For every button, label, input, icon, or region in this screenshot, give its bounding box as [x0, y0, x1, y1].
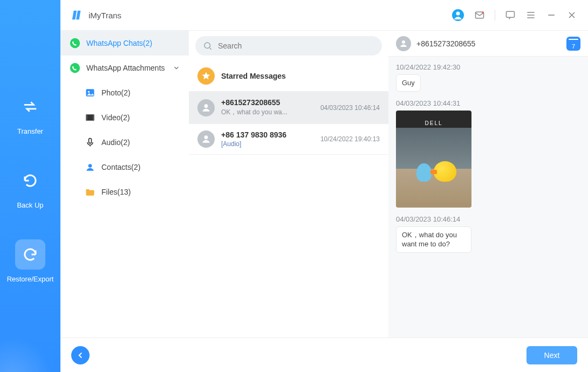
tree-whatsapp-attachments[interactable]: WhatsApp Attachments: [60, 56, 189, 80]
image-attachment[interactable]: DELL: [396, 111, 471, 208]
search-box[interactable]: [195, 36, 382, 56]
tree-label: WhatsApp Attachments: [86, 64, 165, 72]
starred-messages[interactable]: Starred Messages: [189, 61, 388, 92]
rail-label: Restore/Export: [7, 275, 54, 283]
chat-time: 10/24/2022 19:40:13: [320, 135, 380, 143]
chat-icon[interactable]: [505, 10, 516, 20]
menu-icon[interactable]: [525, 10, 536, 20]
video-icon: [84, 112, 96, 123]
message-ts: 04/03/2023 10:46:14: [396, 215, 580, 223]
app-logo: iMyTrans: [71, 9, 121, 21]
avatar-icon: [396, 36, 411, 51]
tree-label: Photo(2): [101, 88, 131, 97]
rail-label: Back Up: [17, 201, 43, 209]
whatsapp-icon: [69, 37, 81, 49]
chat-title: +8615273208655: [221, 98, 314, 107]
chat-item[interactable]: +86 137 9830 8936 [Audio] 10/24/2022 19:…: [189, 124, 388, 155]
app-title: iMyTrans: [88, 11, 121, 20]
tree-audio[interactable]: Audio(2): [76, 130, 189, 155]
conversation-title: +8615273208655: [416, 39, 561, 48]
search-icon: [203, 41, 213, 51]
tree-label: Audio(2): [101, 138, 130, 147]
rail-transfer[interactable]: Transfer: [15, 92, 45, 135]
conversation-body[interactable]: 10/24/2022 19:42:30 Guy 04/03/2023 10:44…: [388, 57, 588, 337]
message-bubble: Guy: [396, 74, 421, 92]
photo-icon: [84, 87, 96, 99]
conversation-pane: +8615273208655 7 10/24/2022 19:42:30 Guy…: [388, 31, 588, 337]
whatsapp-icon: [69, 62, 81, 74]
svg-point-1: [456, 12, 460, 16]
contacts-icon: [84, 161, 96, 173]
arrow-left-icon: [76, 350, 85, 360]
avatar-icon: [197, 99, 215, 116]
rail-restore-export[interactable]: Restore/Export: [7, 239, 54, 283]
svg-point-6: [70, 63, 80, 73]
folder-icon: [84, 186, 96, 198]
transfer-icon: [15, 92, 45, 122]
tree-whatsapp-chats[interactable]: WhatsApp Chats(2): [60, 31, 189, 56]
mail-icon[interactable]: [474, 10, 485, 20]
sidebar-tree: WhatsApp Chats(2) WhatsApp Attachments P…: [60, 31, 189, 337]
svg-point-17: [402, 40, 405, 44]
chat-preview: OK，what do you wa...: [221, 108, 314, 117]
chat-time: 04/03/2023 10:46:14: [320, 104, 380, 112]
close-icon[interactable]: [566, 10, 577, 20]
message-ts: 10/24/2022 19:42:30: [396, 63, 580, 71]
tree-contacts[interactable]: Contacts(2): [76, 155, 189, 180]
message: 04/03/2023 10:44:31 DELL: [396, 99, 580, 208]
conversation-header: +8615273208655 7: [388, 31, 588, 57]
chat-item[interactable]: +8615273208655 OK，what do you wa... 04/0…: [189, 92, 388, 124]
tree-photo[interactable]: Photo(2): [76, 80, 189, 105]
svg-rect-11: [93, 114, 94, 121]
svg-point-14: [204, 43, 210, 49]
next-button[interactable]: Next: [527, 346, 577, 364]
titlebar: iMyTrans: [60, 0, 588, 30]
tree-label: WhatsApp Chats(2): [86, 39, 152, 47]
logo-icon: [71, 9, 83, 21]
tree-files[interactable]: Files(13): [76, 180, 189, 204]
tree-video[interactable]: Video(2): [76, 105, 189, 130]
chat-title: +86 137 9830 8936: [221, 130, 314, 139]
message-bubble: OK，what do you want me to do?: [396, 226, 471, 253]
tree-label: Contacts(2): [101, 163, 140, 171]
tree-label: Video(2): [101, 113, 130, 122]
rail-backup[interactable]: Back Up: [15, 166, 45, 209]
chat-list: Starred Messages +8615273208655 OK，what …: [189, 31, 388, 337]
search-input[interactable]: [218, 42, 374, 50]
back-button[interactable]: [71, 346, 90, 364]
svg-point-16: [204, 135, 208, 139]
tree-label: Files(13): [101, 188, 131, 196]
svg-rect-10: [86, 114, 88, 121]
audio-icon: [84, 136, 96, 148]
message-ts: 04/03/2023 10:44:31: [396, 99, 580, 107]
svg-rect-4: [507, 11, 515, 17]
svg-point-5: [70, 38, 80, 48]
svg-point-15: [204, 104, 208, 108]
user-badge-icon[interactable]: [452, 9, 464, 22]
restore-icon: [15, 239, 45, 270]
chat-preview: [Audio]: [221, 140, 314, 148]
message: 04/03/2023 10:46:14 OK，what do you want …: [396, 215, 580, 253]
svg-point-3: [482, 11, 484, 13]
svg-point-13: [88, 164, 92, 168]
svg-point-8: [88, 91, 90, 93]
star-icon: [197, 67, 215, 85]
message: 10/24/2022 19:42:30 Guy: [396, 63, 580, 92]
main-area: iMyTrans WhatsApp Chats(2): [60, 0, 588, 372]
left-rail: Transfer Back Up Restore/Export: [0, 0, 60, 372]
rail-label: Transfer: [17, 127, 43, 135]
calendar-icon[interactable]: 7: [566, 37, 580, 51]
chevron-down-icon: [173, 64, 180, 72]
chat-title: Starred Messages: [221, 72, 380, 80]
footer: Next: [60, 337, 588, 372]
svg-rect-12: [89, 139, 92, 143]
avatar-icon: [197, 130, 215, 148]
backup-icon: [15, 166, 45, 196]
minimize-icon[interactable]: [546, 10, 557, 20]
